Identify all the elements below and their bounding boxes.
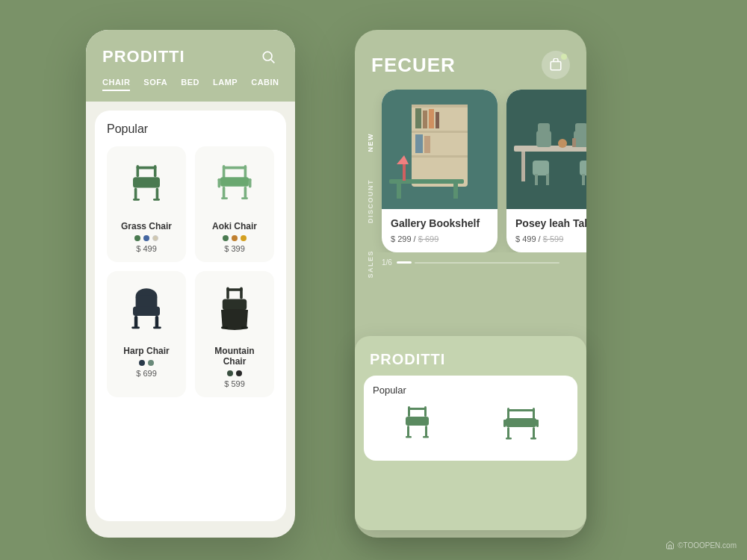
cart-icon: [549, 58, 562, 72]
product-card-aoki-chair[interactable]: Aoki Chair $ 399: [195, 146, 274, 262]
svg-rect-33: [241, 327, 248, 329]
svg-rect-48: [453, 184, 458, 199]
color-dot[interactable]: [227, 370, 233, 376]
label-discount[interactable]: DISCOUNT: [361, 166, 380, 237]
color-dot[interactable]: [236, 370, 242, 376]
svg-rect-34: [551, 62, 561, 70]
svg-rect-40: [415, 108, 421, 128]
color-dot[interactable]: [148, 360, 154, 366]
featured-slider: Gallery Bookshelf $ 299 / $ 699: [355, 90, 586, 252]
svg-rect-67: [408, 408, 427, 410]
featured-card-bookshelf[interactable]: Gallery Bookshelf $ 299 / $ 699: [382, 90, 498, 252]
svg-rect-18: [244, 187, 247, 199]
tab-lamp[interactable]: LAMP: [213, 78, 238, 91]
svg-rect-19: [221, 197, 228, 199]
mini-product-2[interactable]: [497, 403, 545, 452]
grass-chair-image: [117, 155, 176, 215]
watermark-icon: [666, 541, 675, 550]
app-title: PRODITTI: [102, 47, 185, 66]
label-sales[interactable]: SALES: [361, 237, 380, 292]
svg-rect-44: [415, 134, 423, 153]
proditti-popular-title: Popular: [373, 385, 568, 396]
svg-rect-46: [389, 179, 464, 184]
svg-rect-31: [223, 299, 247, 310]
color-dot[interactable]: [232, 235, 238, 241]
svg-rect-15: [249, 178, 252, 188]
label-new[interactable]: NEW: [361, 119, 380, 166]
harp-chair-name: Harp Chair: [123, 346, 169, 356]
mini-products-row: [373, 403, 568, 452]
watermark: ©TOOOPEN.com: [666, 541, 737, 550]
svg-rect-81: [506, 418, 536, 427]
table-image: [506, 90, 586, 209]
progress-bar-area: [397, 261, 560, 264]
svg-point-0: [263, 52, 272, 60]
grass-chair-price: $ 499: [136, 244, 157, 253]
svg-rect-80: [536, 420, 539, 427]
nav-tabs: CHAIR SOFA BED LAMP CABIN: [102, 78, 279, 91]
tab-sofa[interactable]: SOFA: [143, 78, 167, 91]
svg-rect-10: [223, 167, 247, 169]
svg-rect-14: [218, 178, 221, 188]
watermark-text: ©TOOOPEN.com: [678, 541, 737, 550]
svg-rect-30: [240, 287, 243, 299]
featured-card-table[interactable]: Posey leah Table $ 499 / $ 599: [506, 90, 586, 252]
svg-rect-38: [412, 131, 468, 133]
progress-active: [397, 261, 412, 264]
svg-rect-47: [397, 184, 401, 199]
tab-cabin[interactable]: CABIN: [251, 78, 279, 91]
proditti-bottom-header: PRODITTI: [355, 336, 586, 376]
product-card-grass-chair[interactable]: Grass Chair $ 499: [107, 146, 186, 262]
svg-rect-4: [154, 165, 157, 177]
svg-rect-69: [424, 406, 427, 417]
svg-line-1: [271, 60, 275, 63]
color-dot[interactable]: [241, 235, 247, 241]
color-dot[interactable]: [223, 235, 229, 241]
svg-rect-7: [156, 188, 159, 200]
svg-rect-61: [533, 161, 549, 175]
tab-bed[interactable]: BED: [181, 78, 199, 91]
svg-rect-74: [423, 436, 429, 438]
color-dot[interactable]: [134, 235, 140, 241]
bookshelf-image: [382, 90, 498, 209]
svg-rect-55: [536, 131, 551, 147]
mini-product-1[interactable]: [397, 403, 438, 452]
fecuer-title: FECUER: [371, 54, 456, 77]
svg-rect-65: [582, 174, 585, 185]
harp-chair-colors: [139, 360, 154, 366]
mountain-chair-colors: [227, 370, 242, 376]
proditti-bottom-content: Popular: [364, 376, 577, 461]
mini-chair-1-icon: [397, 403, 438, 452]
svg-rect-63: [535, 174, 538, 185]
svg-rect-58: [575, 123, 586, 132]
svg-rect-60: [572, 138, 576, 147]
svg-rect-76: [507, 408, 509, 420]
color-dot[interactable]: [152, 235, 158, 241]
svg-rect-70: [406, 417, 429, 426]
search-button[interactable]: [258, 46, 279, 67]
svg-rect-39: [412, 155, 468, 158]
aoki-chair-name: Aoki Chair: [212, 221, 257, 231]
product-card-mountain-chair[interactable]: Mountain Chair $ 599: [195, 271, 274, 397]
svg-rect-53: [521, 152, 525, 181]
tab-chair[interactable]: CHAIR: [102, 78, 130, 91]
svg-rect-32: [221, 327, 228, 329]
svg-rect-73: [406, 436, 412, 438]
mini-chair-2-icon: [497, 403, 545, 452]
color-dot[interactable]: [143, 235, 149, 241]
svg-rect-5: [133, 177, 160, 187]
products-grid: Grass Chair $ 499: [107, 146, 274, 397]
proditti-bottom-title: PRODITTI: [370, 351, 445, 367]
progress-track: [415, 262, 560, 264]
svg-rect-75: [507, 409, 535, 411]
svg-point-59: [558, 139, 567, 148]
bookshelf-name: Gallery Bookshelf: [391, 217, 489, 230]
svg-rect-2: [137, 167, 157, 169]
color-dot[interactable]: [139, 360, 145, 366]
harp-chair-image: [117, 280, 176, 340]
svg-rect-79: [503, 420, 506, 427]
svg-rect-84: [506, 438, 512, 440]
cart-button[interactable]: [542, 51, 570, 79]
phone-header: PRODITTI CHAIR SOFA BED LAMP CABIN: [86, 30, 295, 102]
product-card-harp-chair[interactable]: Harp Chair $ 699: [107, 271, 186, 397]
